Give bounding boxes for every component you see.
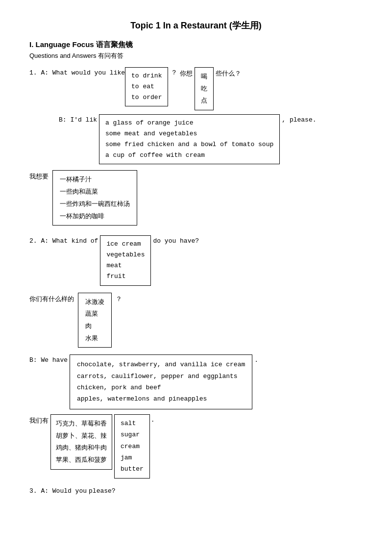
q2-b-item4: apples, watermelons and pineapples xyxy=(77,393,245,404)
q1-cn-b-box: 一杯橘子汁 一些肉和蔬菜 一些炸鸡和一碗西红柿汤 一杯加奶的咖啡 xyxy=(52,170,137,226)
q2-cn-we-4: 苹果、西瓜和菠萝 xyxy=(56,454,107,466)
q1-a-label: 1. A: What would you like xyxy=(29,67,125,76)
q2-b-item3: chicken, pork and beef xyxy=(77,382,245,393)
section-header: I. Language Focus 语言聚焦镜 xyxy=(29,40,363,50)
q1-b-opt3: some fried chicken and a bowl of tomato … xyxy=(105,139,273,150)
q3-a-label: 3. A: Would you xyxy=(29,485,87,495)
q2-cn-we-box: 巧克力、草莓和香 胡萝卜、菜花、辣 鸡肉、猪肉和牛肉 苹果、西瓜和菠萝 xyxy=(50,414,112,470)
q2-a-row: 2. A: What kind of ice cream vegetables … xyxy=(29,235,363,285)
q2-end: do you have? xyxy=(153,235,199,245)
q1-cn-v3: 点 xyxy=(201,95,207,107)
salt-opt3: cream xyxy=(121,441,144,452)
q2-cn-1: 冰激凌 xyxy=(85,296,104,308)
q3-a-row: 3. A: Would you please? xyxy=(29,485,363,495)
q1-cn-b4: 一杯加奶的咖啡 xyxy=(60,210,130,223)
q2-b-answer-box: chocolate, strawberry, and vanilla ice c… xyxy=(70,354,252,409)
q2-opt2: vegetables xyxy=(106,250,145,260)
q2-cn-label: 你们有什么样的 xyxy=(29,293,74,303)
q1-cn-b3: 一些炸鸡和一碗西红柿汤 xyxy=(60,198,130,210)
q2-option-box: ice cream vegetables meat fruit xyxy=(100,235,151,285)
q2-cn-a-row: 你们有什么样的 冰激凌 蔬菜 肉 水果 ？ xyxy=(29,293,363,348)
q2-cn-we-2: 胡萝卜、菜花、辣 xyxy=(56,430,107,442)
q1-opt2: to eat xyxy=(131,81,162,92)
q1-b-opt1: a glass of orange juice xyxy=(105,118,273,128)
q2-b-label: B: We have xyxy=(29,354,68,364)
q2-cn-we-have: 我们有 xyxy=(29,414,49,425)
q1-a-row: 1. A: What would you like to drink to ea… xyxy=(29,67,363,110)
q1-opt3: to order xyxy=(131,92,162,103)
salt-opt2: sugar xyxy=(121,429,144,440)
q2-cn-4: 水果 xyxy=(85,332,104,345)
salt-option-box: salt sugar cream jam butter xyxy=(114,414,150,479)
q2-cn-we-3: 鸡肉、猪肉和牛肉 xyxy=(56,442,107,454)
salt-opt4: jam xyxy=(121,452,144,463)
q1-cn-v2: 吃 xyxy=(201,83,207,95)
q1-cn-b1: 一杯橘子汁 xyxy=(60,174,130,186)
q2-opt1: ice cream xyxy=(106,239,145,250)
q2-cn-we-1: 巧克力、草莓和香 xyxy=(56,418,107,430)
q1-block: 1. A: What would you like to drink to ea… xyxy=(29,67,363,226)
q1-b-row: B: I'd lik a glass of orange juice some … xyxy=(59,114,363,164)
q3-end: please? xyxy=(89,485,116,495)
q1-cn-i-want: 我想要 xyxy=(29,170,49,181)
q2-opt3: meat xyxy=(106,260,145,271)
q1-b-end: , please. xyxy=(282,114,316,124)
q2-cn-end: ？ xyxy=(116,293,122,303)
q1-b-label: B: I'd lik xyxy=(59,114,97,124)
q2-b-end: . xyxy=(254,354,258,364)
salt-opt5: butter xyxy=(121,463,144,475)
q1-cn-v1: 喝 xyxy=(201,71,207,83)
q1-b-answer-box: a glass of orange juice some meat and ve… xyxy=(99,114,280,164)
q2-cn-3: 肉 xyxy=(85,320,104,332)
q1-cn-b-row: 我想要 一杯橘子汁 一些肉和蔬菜 一些炸鸡和一碗西红柿汤 一杯加奶的咖啡 xyxy=(29,170,363,226)
salt-opt1: salt xyxy=(121,418,144,429)
q2-cn-b-dot: . xyxy=(151,414,155,424)
q1-opt1: to drink xyxy=(131,71,162,81)
q1-b-opt2: some meat and vegetables xyxy=(105,128,273,139)
q2-b-item2: carrots, cauliflower, pepper and eggplan… xyxy=(77,371,245,382)
q1-option-box: to drink to eat to order xyxy=(125,67,168,106)
q2-block: 2. A: What kind of ice cream vegetables … xyxy=(29,235,363,495)
q2-cn-b-row: 我们有 巧克力、草莓和香 胡萝卜、菜花、辣 鸡肉、猪肉和牛肉 苹果、西瓜和菠萝 … xyxy=(29,414,363,479)
q1-cn-verb-box: 喝 吃 点 xyxy=(195,67,214,110)
page-title: Topic 1 In a Restaurant (学生用) xyxy=(29,20,363,31)
sub-header: Questions and Answers 有问有答 xyxy=(29,51,363,60)
q1-mid: ? xyxy=(172,67,176,76)
q2-b-row: B: We have chocolate, strawberry, and va… xyxy=(29,354,363,409)
q2-a-label: 2. A: What kind of xyxy=(29,235,98,245)
q2-cn-box: 冰激凌 蔬菜 肉 水果 xyxy=(78,293,112,348)
q1-b-opt4: a cup of coffee with cream xyxy=(105,150,273,161)
q1-cn-mid: 你想 xyxy=(180,67,193,78)
q2-opt4: fruit xyxy=(106,271,145,282)
q2-b-item1: chocolate, strawberry, and vanilla ice c… xyxy=(77,359,245,370)
q1-cn-b2: 一些肉和蔬菜 xyxy=(60,186,130,198)
q1-cn-end: 些什么？ xyxy=(216,67,241,78)
q2-cn-2: 蔬菜 xyxy=(85,308,104,320)
